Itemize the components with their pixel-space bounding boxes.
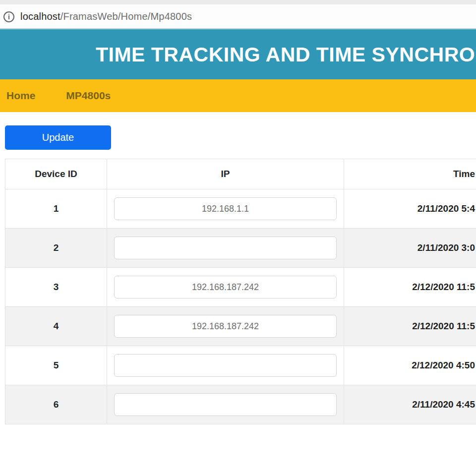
time-cell: 2/11/2020 5:4 xyxy=(344,189,476,229)
url-host: localhost xyxy=(20,11,60,22)
address-bar[interactable]: i localhost/FramasWeb/Home/Mp4800s xyxy=(0,4,476,29)
page-banner: TIME TRACKING AND TIME SYNCHRON xyxy=(0,29,476,79)
browser-chrome: i localhost/FramasWeb/Home/Mp4800s xyxy=(0,0,476,29)
device-table: Device ID IP Time 1 2/11/2020 5:4 xyxy=(5,159,476,424)
table-row: 2 2/11/2020 3:0 xyxy=(5,229,476,268)
url-path: /FramasWeb/Home/Mp4800s xyxy=(60,11,192,22)
time-value: 2/11/2020 5:4 xyxy=(344,203,475,214)
ip-cell xyxy=(107,189,344,229)
ip-cell xyxy=(107,229,344,268)
time-value: 2/11/2020 4:45 xyxy=(344,399,475,410)
browser-top-strip xyxy=(0,0,476,4)
ip-input[interactable] xyxy=(114,276,337,298)
time-value: 2/11/2020 3:0 xyxy=(344,242,475,253)
ip-input[interactable] xyxy=(114,237,337,259)
device-id-cell: 4 xyxy=(5,307,107,346)
ip-cell xyxy=(107,268,344,307)
table-row: 5 2/12/2020 4:50 xyxy=(5,346,476,385)
table-row: 4 2/12/2020 11:5 xyxy=(5,307,476,346)
time-cell: 2/11/2020 4:45 xyxy=(344,385,476,424)
nav-item-mp4800s[interactable]: MP4800s xyxy=(66,90,111,102)
time-cell: 2/12/2020 4:50 xyxy=(344,346,476,385)
device-id-cell: 1 xyxy=(5,189,107,229)
ip-input[interactable] xyxy=(114,393,337,416)
ip-input[interactable] xyxy=(114,354,337,377)
main-content: Update Device ID IP Time 1 2/11/2020 xyxy=(0,125,476,424)
column-header-time: Time xyxy=(344,159,476,189)
ip-cell xyxy=(107,346,344,385)
device-id-cell: 6 xyxy=(5,385,107,424)
device-id-cell: 3 xyxy=(5,268,107,307)
update-button[interactable]: Update xyxy=(5,125,111,150)
time-value: 2/12/2020 11:5 xyxy=(344,321,475,332)
column-header-ip: IP xyxy=(107,159,344,189)
device-id-cell: 2 xyxy=(5,229,107,268)
table-row: 1 2/11/2020 5:4 xyxy=(5,189,476,229)
site-info-icon[interactable]: i xyxy=(3,11,14,22)
table-header: Device ID IP Time xyxy=(5,159,476,189)
ip-cell xyxy=(107,385,344,424)
device-id-cell: 5 xyxy=(5,346,107,385)
ip-input[interactable] xyxy=(114,315,337,338)
ip-input[interactable] xyxy=(114,197,337,220)
url-text[interactable]: localhost/FramasWeb/Home/Mp4800s xyxy=(20,11,192,22)
table-row: 6 2/11/2020 4:45 xyxy=(5,385,476,424)
time-cell: 2/11/2020 3:0 xyxy=(344,229,476,268)
time-value: 2/12/2020 11:5 xyxy=(344,282,475,293)
column-header-device-id: Device ID xyxy=(5,159,107,189)
page-title: TIME TRACKING AND TIME SYNCHRON xyxy=(96,43,476,66)
time-value: 2/12/2020 4:50 xyxy=(344,360,475,371)
ip-cell xyxy=(107,307,344,346)
time-cell: 2/12/2020 11:5 xyxy=(344,268,476,307)
main-nav: Home MP4800s xyxy=(0,79,476,112)
nav-item-home[interactable]: Home xyxy=(6,90,35,102)
table-body: 1 2/11/2020 5:4 2 2/11/2020 3:0 xyxy=(5,189,476,424)
table-row: 3 2/12/2020 11:5 xyxy=(5,268,476,307)
time-cell: 2/12/2020 11:5 xyxy=(344,307,476,346)
